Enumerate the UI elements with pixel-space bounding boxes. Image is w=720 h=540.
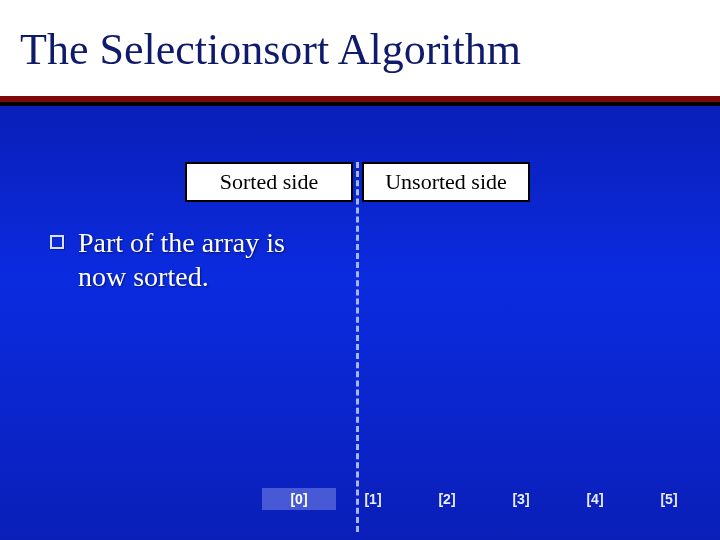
slide-body: Sorted side Unsorted side Part of the ar…	[0, 106, 720, 540]
index-label: [4]	[558, 488, 632, 510]
sorted-side-label: Sorted side	[216, 169, 322, 195]
slide: The Selectionsort Algorithm Sorted side …	[0, 0, 720, 540]
index-label: [2]	[410, 488, 484, 510]
sorted-unsorted-divider	[356, 162, 359, 532]
unsorted-side-label-box: Unsorted side	[362, 162, 530, 202]
bullet-item: Part of the array is now sorted.	[50, 226, 298, 293]
index-label: [3]	[484, 488, 558, 510]
index-label: [1]	[336, 488, 410, 510]
sorted-side-label-box: Sorted side	[185, 162, 353, 202]
index-label: [5]	[632, 488, 706, 510]
bullet-text: Part of the array is now sorted.	[78, 226, 298, 293]
bullet-icon	[50, 235, 64, 249]
index-row: [0] [1] [2] [3] [4] [5]	[262, 488, 706, 510]
slide-title: The Selectionsort Algorithm	[20, 24, 521, 75]
unsorted-side-label: Unsorted side	[385, 169, 507, 195]
index-label: [0]	[262, 488, 336, 510]
